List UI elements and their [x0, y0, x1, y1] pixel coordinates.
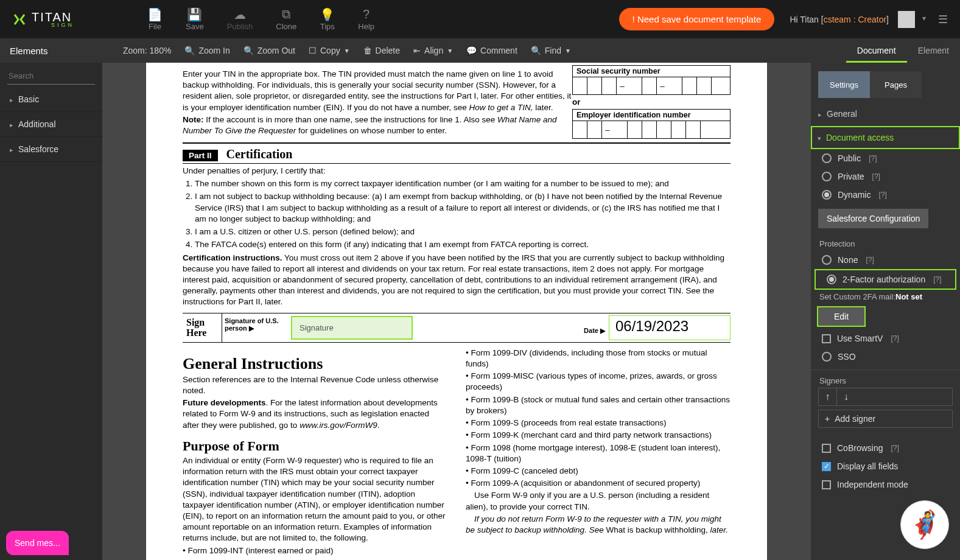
top-action-label: Help [358, 22, 374, 31]
delete-button[interactable]: 🗑Delete [363, 46, 400, 55]
radio-label: 2-Factor authorization [843, 275, 925, 284]
sign-here-label: Sign Here [183, 313, 222, 342]
radio-private[interactable]: Private[?] [811, 167, 960, 186]
copy-icon: ☐ [309, 46, 317, 55]
top-action-help[interactable]: ?Help [358, 7, 374, 31]
brand-logo: TITAN SIGN [12, 10, 74, 28]
add-signer-button[interactable]: +Add signer [818, 410, 953, 428]
top-action-save[interactable]: 💾Save [186, 7, 204, 31]
file-icon: 📄 [147, 7, 163, 22]
pf-text: An individual or entity (Form W-9 reques… [183, 455, 447, 544]
mascot-icon[interactable]: 🦸 [900, 500, 949, 549]
top-action-publish[interactable]: ☁Publish [227, 7, 253, 31]
sidebar-item-additional[interactable]: Additional [0, 112, 102, 137]
bullet-item: • Form 1099-C (canceled debt) [466, 466, 731, 477]
checkbox-independent[interactable]: Independent mode [811, 475, 960, 494]
align-button[interactable]: ⇤Align▼ [413, 46, 453, 55]
top-action-label: Publish [227, 22, 253, 31]
comment-button[interactable]: 💬Comment [466, 46, 517, 55]
penalty-line: Under penalties of perjury, I certify th… [183, 166, 731, 177]
cert-item: The number shown on this form is my corr… [195, 178, 731, 189]
checkbox-smartv[interactable]: Use SmartV[?] [811, 329, 960, 348]
clone-icon: ⧉ [276, 7, 296, 22]
zoom-out-button[interactable]: 🔍Zoom Out [244, 46, 295, 55]
greeting-prefix: Hi Titan [ [790, 15, 823, 24]
copy-button[interactable]: ☐Copy▼ [309, 46, 350, 55]
cb-label: CoBrowsing [837, 443, 883, 453]
bullet-item: • Form 1099-A (acquisition or abandonmen… [466, 478, 731, 489]
section-document-access[interactable]: Document access [812, 127, 959, 148]
signer-down-icon[interactable]: ↓ [837, 388, 855, 405]
align-icon: ⇤ [413, 46, 421, 55]
salesforce-config-button[interactable]: Salesforce Configuration [818, 209, 928, 228]
save-banner-button[interactable]: ! Need save document template [619, 8, 775, 30]
document-page: Social security number – – or Employer i… [146, 63, 767, 560]
sidebar-item-basic[interactable]: Basic [0, 87, 102, 112]
zoom-out-label: Zoom Out [258, 46, 295, 55]
gi-text: Section references are to the Internal R… [183, 374, 447, 396]
tab-element[interactable]: Element [907, 38, 960, 63]
comment-icon: 💬 [466, 46, 477, 55]
signer-up-icon[interactable]: ↑ [819, 388, 837, 405]
radio-2fa[interactable]: 2-Factor authorization[?] [816, 270, 955, 289]
greeting-account: csteam : Creator [824, 15, 886, 24]
signature-field[interactable]: Signature [291, 316, 413, 340]
use-text: Use Form W-9 only if you are a U.S. pers… [466, 490, 731, 512]
ein-label: Employer identification number [573, 110, 730, 121]
cert-instructions: Certification instructions. You must cro… [183, 253, 731, 308]
greeting: Hi Titan [csteam : Creator] [790, 15, 889, 24]
top-action-label: File [149, 22, 161, 31]
edit-button[interactable]: Edit [818, 307, 864, 326]
top-action-file[interactable]: 📄File [147, 7, 163, 31]
copy-label: Copy [320, 46, 340, 55]
find-button[interactable]: 🔍Find▼ [531, 46, 571, 55]
cert-item: The FATCA code(s) entered on this form (… [195, 239, 731, 250]
zoom-label: Zoom: 180% [123, 46, 171, 55]
radio-public[interactable]: Public[?] [811, 149, 960, 167]
publish-icon: ☁ [227, 7, 253, 22]
future-dev: Future developments. For the latest info… [183, 397, 447, 431]
radio-sso[interactable]: SSO [811, 348, 960, 366]
add-signer-label: Add signer [835, 414, 875, 424]
cert-item: I am a U.S. citizen or other U.S. person… [195, 226, 731, 237]
custom-2fa-line: Set Custom 2FA mail:Not set [811, 290, 960, 304]
logo-mark-icon [12, 12, 27, 27]
ssn-label: Social security number [573, 66, 730, 77]
section-general[interactable]: General [811, 102, 960, 126]
find-icon: 🔍 [531, 46, 541, 55]
menu-icon[interactable]: ☰ [938, 13, 948, 26]
radio-label: Private [838, 172, 864, 181]
canvas[interactable]: Social security number – – or Employer i… [102, 63, 811, 560]
delete-label: Delete [376, 46, 400, 55]
sign-row: Sign Here Signature of U.S. person ▶ Sig… [183, 313, 731, 343]
top-action-label: Tips [320, 22, 335, 31]
sidebar-item-salesforce[interactable]: Salesforce [0, 137, 102, 162]
signers-label: Signers [811, 369, 960, 388]
bullet-item: • Form 1099-B (stock or mutual fund sale… [466, 394, 731, 416]
signature-of-label: Signature of U.S. person ▶ [222, 313, 289, 342]
brand-sub: SIGN [51, 22, 74, 28]
bullet-item: • Form 1099-DIV (dividends, including th… [466, 348, 731, 369]
avatar[interactable] [898, 11, 915, 28]
plus-icon: + [825, 414, 830, 424]
align-label: Align [424, 46, 443, 55]
panel-tab-settings[interactable]: Settings [818, 71, 870, 98]
top-action-clone[interactable]: ⧉Clone [276, 7, 296, 31]
greeting-suffix: ] [886, 15, 889, 24]
checkbox-cobrowsing[interactable]: CoBrowsing[?] [811, 439, 960, 457]
cb-label: Independent mode [837, 480, 908, 489]
zoom-in-button[interactable]: 🔍Zoom In [184, 46, 229, 55]
panel-tab-pages[interactable]: Pages [870, 71, 922, 98]
send-message-button[interactable]: Send mes... [6, 531, 69, 555]
search-input[interactable] [7, 68, 112, 84]
radio-label: None [838, 255, 858, 265]
radio-dynamic[interactable]: Dynamic[?] [811, 186, 960, 204]
top-action-label: Save [186, 22, 204, 31]
radio-none[interactable]: None[?] [811, 251, 960, 269]
top-action-label: Clone [276, 22, 296, 31]
checkbox-display-all[interactable]: Display all fields [811, 457, 960, 475]
top-action-tips[interactable]: 💡Tips [320, 7, 335, 31]
tab-document[interactable]: Document [846, 38, 907, 63]
date-field[interactable]: 06/19/2023 [609, 315, 731, 340]
cb-label: Use SmartV [837, 334, 883, 343]
